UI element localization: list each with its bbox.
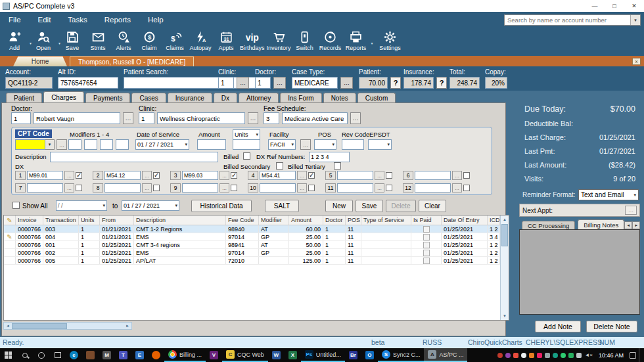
- show-desktop-button[interactable]: [639, 348, 641, 362]
- firefox-button[interactable]: [148, 348, 164, 362]
- excel-button[interactable]: X: [285, 348, 301, 362]
- tab-insurance[interactable]: Insurance: [168, 93, 212, 102]
- table-row[interactable]: ✎ 0000766004101/21/2021EMS97014GP25.0011…: [4, 233, 500, 241]
- clear-button[interactable]: Clear: [419, 200, 446, 212]
- col-doctor[interactable]: Doctor: [323, 215, 346, 225]
- modifier-2-input[interactable]: [84, 139, 97, 150]
- dx-code-input[interactable]: [182, 183, 218, 192]
- start-button[interactable]: [0, 348, 16, 362]
- charge-doctor-num-input[interactable]: 1: [11, 112, 31, 124]
- tab-cases[interactable]: Cases: [131, 93, 166, 102]
- grid-horizontal-scrollbar[interactable]: ◄ ►: [3, 322, 132, 330]
- records-button[interactable]: Records: [319, 30, 342, 51]
- fee-schedule-num-input[interactable]: 3: [264, 112, 279, 124]
- autopay-button[interactable]: A Autopay: [189, 30, 212, 51]
- teams-button[interactable]: T: [115, 348, 131, 362]
- tray-icon[interactable]: [505, 353, 511, 358]
- clinic-lookup-button[interactable]: …: [237, 77, 249, 89]
- cpt-lookup-button[interactable]: …: [57, 139, 67, 150]
- word-button[interactable]: W: [268, 348, 285, 362]
- table-row[interactable]: ✎ 0000766005101/25/2021AP/LAT72010125.00…: [4, 257, 500, 265]
- cpt-code-combo[interactable]: ▾ …: [15, 139, 67, 150]
- reports-dropdown-icon[interactable]: ▾: [371, 41, 373, 45]
- case-type-lookup-button[interactable]: …: [340, 77, 353, 89]
- col-is-paid[interactable]: Is Paid: [411, 215, 442, 225]
- modifier-1-input[interactable]: [68, 139, 81, 150]
- store-button[interactable]: [82, 348, 99, 362]
- dx-lookup-button[interactable]: …: [297, 171, 307, 180]
- tab-notes[interactable]: Notes: [323, 93, 356, 102]
- charge-clinic-num-input[interactable]: 1: [139, 112, 154, 124]
- dx-checkbox[interactable]: [463, 172, 470, 179]
- scroll-down-icon[interactable]: ▼: [501, 312, 509, 320]
- show-all-checkbox[interactable]: [12, 202, 20, 209]
- insurance-balance-help-button[interactable]: ?: [436, 77, 447, 89]
- date-from-combo[interactable]: / /▾: [56, 200, 107, 211]
- dx-lookup-button[interactable]: …: [452, 183, 462, 192]
- outlook-button[interactable]: O: [361, 348, 378, 362]
- tray-icon[interactable]: [513, 353, 518, 358]
- dx-checkbox[interactable]: [231, 172, 237, 179]
- scroll-up-icon[interactable]: ▲: [501, 215, 509, 223]
- charge-clinic-lookup-button[interactable]: …: [248, 112, 258, 124]
- col-type-of-service[interactable]: Type of Service: [361, 215, 411, 225]
- tab-attorney[interactable]: Attorney: [239, 93, 279, 102]
- scroll-thumb[interactable]: [501, 224, 508, 246]
- fee-schedule-name-input[interactable]: Medicare Active Care: [282, 112, 348, 124]
- tab-ins-form[interactable]: Ins Form: [280, 93, 321, 102]
- grid-vertical-scrollbar[interactable]: ▲ ▼: [500, 215, 509, 320]
- notification-center-icon[interactable]: [630, 352, 636, 359]
- billing-notes-area[interactable]: [519, 229, 640, 315]
- dx-code-input[interactable]: [27, 183, 63, 192]
- tray-icon[interactable]: [545, 353, 550, 358]
- tab-billing-notes[interactable]: Billing Notes: [578, 219, 624, 229]
- billed-tertiary-checkbox[interactable]: [334, 162, 341, 170]
- alt-id-input[interactable]: 7576547654: [58, 77, 118, 89]
- col-modifier[interactable]: Modifier: [259, 215, 289, 225]
- menu-file[interactable]: File: [0, 12, 30, 28]
- col-pos[interactable]: POS: [346, 215, 361, 225]
- tab-patient[interactable]: Patient: [6, 93, 42, 102]
- file-explorer-button[interactable]: E: [131, 348, 148, 362]
- reminder-format-combo[interactable]: Text and Email▾: [578, 189, 639, 200]
- col-date-of-entry[interactable]: Date Of Entry: [442, 215, 488, 225]
- dx-code-input[interactable]: M99.03: [182, 171, 218, 180]
- task-view-button[interactable]: [49, 348, 66, 362]
- charge-clinic-name-input[interactable]: Wellness Chiropractic: [157, 112, 245, 124]
- dx-lookup-button[interactable]: …: [142, 183, 152, 192]
- search-dropdown-icon[interactable]: ▾: [630, 15, 640, 25]
- monitor-tray-icon[interactable]: [576, 353, 582, 358]
- date-of-service-combo[interactable]: 01 / 27 / 2021▾: [135, 139, 189, 150]
- delete-button[interactable]: Delete: [386, 200, 416, 212]
- billed-checkbox[interactable]: [243, 152, 250, 160]
- modifier-3-input[interactable]: [100, 139, 113, 150]
- new-button[interactable]: New: [325, 200, 353, 212]
- alerts-button[interactable]: Alerts: [112, 30, 135, 51]
- tab-cc-processing[interactable]: CC Processing: [522, 221, 575, 229]
- next-appt-lookup-button[interactable]: …: [625, 206, 637, 215]
- dx-checkbox[interactable]: [76, 172, 82, 179]
- dx-lookup-button[interactable]: …: [297, 183, 307, 192]
- dx-code-input[interactable]: [104, 183, 141, 192]
- maximize-button[interactable]: □: [605, 0, 624, 12]
- pos-combo[interactable]: ▾: [314, 139, 336, 150]
- patient-balance-help-button[interactable]: ?: [390, 77, 401, 89]
- dx-code-input[interactable]: [415, 171, 451, 180]
- taskbar-search-button[interactable]: [16, 348, 33, 362]
- close-button[interactable]: ✕: [624, 0, 644, 12]
- hscroll-thumb[interactable]: [12, 323, 67, 329]
- charge-doctor-name-input[interactable]: Robert Vaugn: [34, 112, 120, 124]
- col-transaction[interactable]: Transaction: [43, 215, 79, 225]
- cpt-dropdown-icon[interactable]: ▾: [45, 139, 55, 150]
- taskbar-app-aspc[interactable]: AAS/PC ...: [424, 348, 467, 362]
- doctor-lookup-button[interactable]: …: [273, 77, 286, 89]
- search-input[interactable]: [505, 15, 630, 25]
- dx-checkbox[interactable]: [76, 185, 82, 191]
- inventory-button[interactable]: Inventory: [267, 30, 291, 51]
- menu-reports[interactable]: Reports: [96, 12, 139, 28]
- cortana-button[interactable]: [33, 348, 49, 362]
- menu-edit[interactable]: Edit: [30, 12, 60, 28]
- dx-checkbox[interactable]: [386, 185, 392, 191]
- tab-scroll-right-icon[interactable]: ►: [632, 221, 640, 229]
- dx-ref-input[interactable]: 1 2 3 4: [309, 152, 350, 162]
